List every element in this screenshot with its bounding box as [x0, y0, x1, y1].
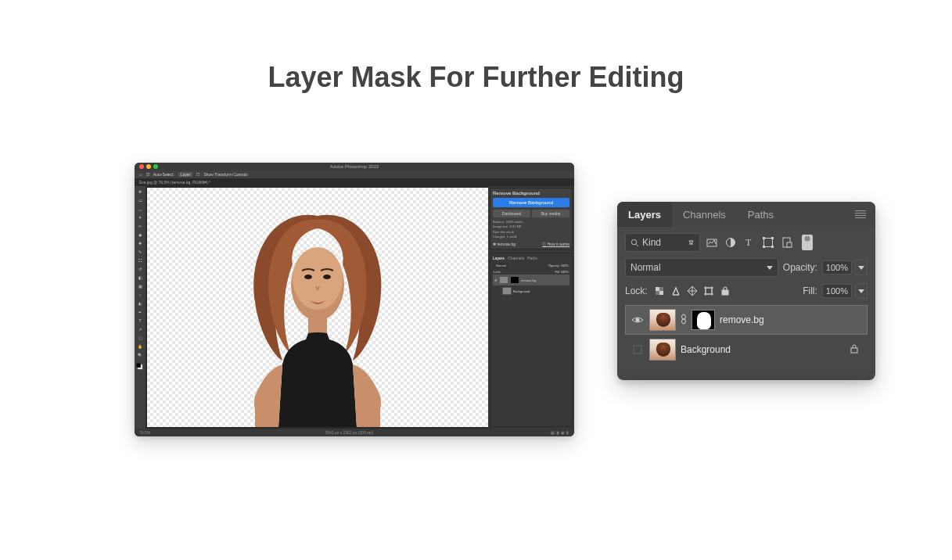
shape-tool[interactable]: ▢ — [136, 334, 144, 342]
canvas[interactable] — [147, 188, 488, 427]
eraser-tool[interactable]: ◧ — [136, 274, 144, 282]
fill-dropdown-icon[interactable] — [855, 283, 868, 299]
wand-tool[interactable]: ✶ — [136, 214, 144, 221]
charged-label: Charged — [493, 235, 505, 239]
stamp-tool[interactable]: ⛶ — [136, 257, 144, 264]
show-transform-checkbox[interactable]: ☐ — [196, 172, 199, 177]
lock-position-icon[interactable] — [685, 284, 699, 298]
mini-tab-paths[interactable]: Paths — [527, 256, 537, 260]
color-swatch[interactable] — [136, 363, 144, 371]
mini-tab-layers[interactable]: Layers — [493, 256, 505, 260]
status-icons: ◦ ▦ ◨ ▣ 🗑 — [548, 430, 569, 435]
mini-layer-name[interactable]: remove.bg — [521, 278, 536, 282]
options-bar: ⌂ ☑ Auto-Select: Layer ☐ Show Transform … — [135, 171, 574, 178]
mini-eye-icon[interactable]: 👁 — [494, 278, 498, 282]
layer-thumbnail-bg[interactable] — [649, 339, 676, 361]
lock-image-icon[interactable] — [669, 284, 683, 298]
maximize-button[interactable] — [153, 164, 158, 169]
layer-name[interactable]: remove.bg — [720, 314, 862, 325]
path-tool[interactable]: ↗ — [136, 325, 144, 333]
document-dimensions: 3543 px x 2362 px (300 ppi) — [325, 430, 373, 435]
dodge-tool[interactable]: ◐ — [136, 300, 144, 307]
eyedropper-tool[interactable]: ◉ — [136, 231, 144, 239]
svg-rect-14 — [771, 237, 774, 239]
canvas-area — [145, 186, 488, 429]
tab-channels[interactable]: Channels — [672, 202, 737, 227]
mini-mask-thumb[interactable] — [510, 276, 519, 284]
layer-filter-dropdown[interactable]: Kind — [625, 233, 700, 252]
svg-rect-34 — [634, 346, 641, 354]
layer-item-removebg[interactable]: remove.bg — [625, 305, 868, 335]
blur-tool[interactable]: ○ — [136, 291, 144, 299]
blend-mode-dropdown[interactable]: Normal — [625, 258, 778, 277]
hand-tool[interactable]: ✋ — [136, 343, 144, 350]
lock-transparency-icon[interactable] — [652, 284, 666, 298]
pen-tool[interactable]: ✒ — [136, 308, 144, 316]
auto-select-checkbox[interactable]: ☑ — [146, 172, 149, 177]
lasso-tool[interactable]: ◡ — [136, 205, 144, 213]
remove-background-button[interactable]: Remove Background — [493, 198, 569, 207]
filter-adjustment-icon[interactable] — [724, 235, 738, 249]
filter-pixel-icon[interactable] — [705, 235, 719, 249]
mini-fill[interactable]: Fill: 100% — [555, 270, 569, 274]
visibility-toggle-off[interactable] — [630, 344, 645, 355]
svg-rect-15 — [763, 246, 765, 248]
marquee-tool[interactable]: ▭ — [136, 196, 144, 204]
window-controls — [139, 164, 158, 169]
filter-shape-icon[interactable] — [761, 235, 775, 249]
type-tool[interactable]: T — [136, 317, 144, 325]
subject-image — [208, 192, 427, 427]
layer-thumbnail[interactable] — [649, 309, 676, 331]
filter-type-icon[interactable]: T — [742, 235, 756, 249]
svg-rect-16 — [771, 246, 774, 248]
minimize-button[interactable] — [146, 164, 151, 169]
mini-blend-mode[interactable]: Normal — [494, 263, 508, 268]
mini-opacity[interactable]: Opacity: 100% — [548, 264, 569, 267]
opacity-value[interactable]: 100% — [822, 260, 852, 275]
home-icon[interactable]: ⌂ — [139, 172, 142, 177]
svg-rect-1 — [136, 363, 141, 368]
svg-rect-22 — [659, 287, 663, 291]
gradient-tool[interactable]: ▦ — [136, 282, 144, 290]
mini-layer-thumb-bg[interactable] — [502, 287, 512, 295]
how-it-works-link[interactable]: ⓘ How it works — [542, 242, 569, 246]
svg-point-33 — [682, 319, 686, 324]
lock-all-icon[interactable] — [718, 284, 732, 298]
opacity-dropdown-icon[interactable] — [855, 260, 868, 275]
auto-select-dropdown[interactable]: Layer — [178, 172, 193, 177]
visibility-toggle[interactable] — [630, 315, 645, 325]
svg-rect-25 — [706, 288, 712, 294]
panel-menu-icon[interactable] — [852, 207, 869, 221]
lock-artboard-icon[interactable] — [702, 284, 716, 298]
charged-value: 1 credit — [507, 235, 517, 239]
tab-layers[interactable]: Layers — [617, 202, 672, 227]
zoom-level[interactable]: 76,5% — [139, 430, 150, 435]
filter-smart-icon[interactable] — [780, 235, 794, 249]
move-tool[interactable]: ✥ — [136, 188, 144, 196]
layer-mask-thumbnail[interactable] — [692, 310, 715, 330]
brush-tool[interactable]: ✎ — [136, 248, 144, 256]
document-tab[interactable]: Eva.jpg @ 76,5% (remove.bg, RGB/8#) * — [139, 180, 210, 185]
layer-item-background[interactable]: Background — [625, 335, 868, 364]
mini-layer-name-bg[interactable]: Background — [513, 289, 530, 293]
dashboard-button[interactable]: Dashboard — [493, 210, 530, 217]
window-titlebar: Adobe Photoshop 2022 — [135, 163, 574, 171]
svg-point-31 — [636, 318, 640, 322]
layer-name-bg[interactable]: Background — [681, 344, 845, 355]
heal-tool[interactable]: ✚ — [136, 239, 144, 247]
layers-panel: Layers Channels Paths Kind T — [617, 202, 875, 380]
tab-paths[interactable]: Paths — [737, 202, 785, 227]
mini-layer-thumb[interactable] — [499, 276, 508, 284]
mask-link-icon[interactable] — [681, 314, 687, 326]
svg-rect-30 — [722, 290, 728, 295]
zoom-tool[interactable]: 🔍 — [136, 351, 144, 359]
fill-value[interactable]: 100% — [822, 284, 852, 298]
page-title: Layer Mask For Further Editing — [0, 61, 952, 94]
history-brush-tool[interactable]: ↺ — [136, 265, 144, 273]
close-button[interactable] — [139, 164, 144, 169]
buy-credits-button[interactable]: Buy credits — [532, 210, 569, 217]
crop-tool[interactable]: ✂ — [136, 222, 144, 230]
mini-tab-channels[interactable]: Channels — [508, 256, 524, 260]
filter-toggle[interactable] — [802, 235, 813, 250]
layer-list: remove.bg Background — [625, 305, 868, 364]
